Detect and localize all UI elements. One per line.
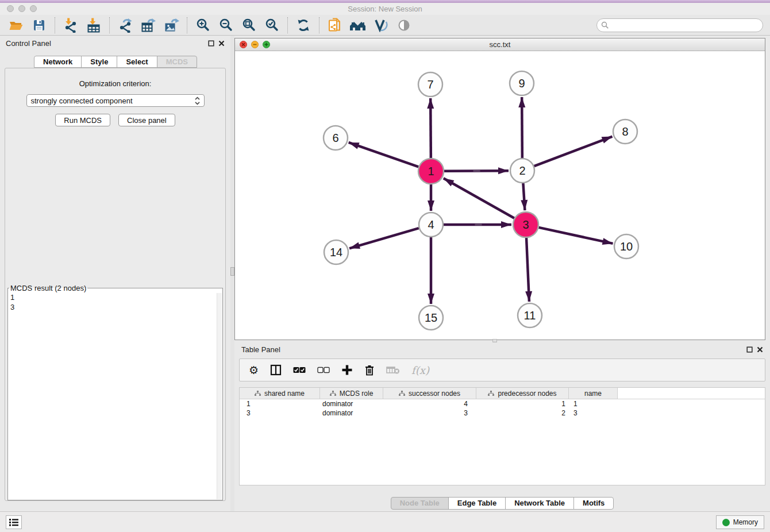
tab-motifs[interactable]: Motifs <box>573 497 614 510</box>
tab-edge-table[interactable]: Edge Table <box>448 497 506 510</box>
home-button[interactable] <box>346 16 369 34</box>
export-table-button[interactable] <box>137 16 160 34</box>
export-image-button[interactable] <box>160 16 183 34</box>
table-row[interactable]: 1dominator411 <box>240 399 765 408</box>
graph-node-7[interactable]: 7 <box>418 72 442 97</box>
table-settings-button[interactable]: ⚙ <box>249 365 259 376</box>
zoom-selected-icon <box>265 18 279 32</box>
table-cell[interactable]: 1 <box>240 400 320 408</box>
add-column-button[interactable] <box>341 364 353 376</box>
table-cell[interactable]: dominator <box>320 400 383 408</box>
graph-edge-1-6[interactable] <box>349 142 419 167</box>
column-header-name[interactable]: name <box>569 388 618 399</box>
zoom-selected-button[interactable] <box>260 16 283 34</box>
run-mcds-button[interactable]: Run MCDS <box>55 114 110 126</box>
float-panel-icon[interactable] <box>746 346 753 353</box>
graph-node-9[interactable]: 9 <box>510 71 534 95</box>
network-minimize-button[interactable] <box>251 41 259 48</box>
table-cell[interactable]: 3 <box>383 409 476 417</box>
graph-edge-3-1[interactable] <box>444 178 514 218</box>
import-network-button[interactable] <box>59 16 82 34</box>
graph-node-4[interactable]: 4 <box>419 213 443 237</box>
graph-node-1[interactable]: 1 <box>418 159 444 184</box>
column-header-MCDS-role[interactable]: MCDS role <box>320 388 383 399</box>
tab-node-table[interactable]: Node Table <box>391 497 449 510</box>
graph-node-6[interactable]: 6 <box>324 126 348 150</box>
column-header-predecessor-nodes[interactable]: predecessor nodes <box>476 388 569 399</box>
table-panel-title: Table Panel <box>241 345 280 354</box>
graph-edge-4-14[interactable] <box>349 228 419 248</box>
graph-node-3[interactable]: 3 <box>513 212 538 237</box>
graph-node-15[interactable]: 15 <box>419 306 443 330</box>
close-panel-icon[interactable] <box>757 346 763 353</box>
mcds-result-line: 3 <box>10 302 220 312</box>
tab-network[interactable]: Network <box>34 56 82 68</box>
vizmapper-button[interactable] <box>369 16 392 34</box>
column-header-shared-name[interactable]: shared name <box>240 388 320 399</box>
zoom-in-button[interactable] <box>191 16 214 34</box>
tab-mcds[interactable]: MCDS <box>157 56 197 68</box>
network-document-icon <box>328 17 343 33</box>
table-cell[interactable]: 4 <box>383 400 476 408</box>
home-icon <box>349 18 367 32</box>
mcds-panel: Optimization criterion: strongly connect… <box>5 68 226 501</box>
graph-edge-2-9[interactable] <box>522 97 522 158</box>
table-cell[interactable]: 3 <box>569 409 618 417</box>
delete-table-button[interactable] <box>386 365 400 375</box>
table-cell[interactable]: 3 <box>240 409 320 417</box>
graph-node-2[interactable]: 2 <box>510 159 534 183</box>
graph-edge-1-7[interactable] <box>430 98 431 158</box>
float-panel-icon[interactable] <box>208 40 214 47</box>
criterion-select[interactable]: strongly connected component <box>26 94 205 107</box>
open-session-button[interactable] <box>5 16 28 34</box>
zoom-window-button[interactable] <box>30 5 37 12</box>
export-network-button[interactable] <box>114 16 137 34</box>
table-row[interactable]: 3dominator323 <box>240 408 765 418</box>
function-builder-button[interactable]: f(x) <box>411 364 429 376</box>
vertical-splitter-handle[interactable] <box>230 267 234 276</box>
tab-network-table[interactable]: Network Table <box>505 497 574 510</box>
mcds-result-text[interactable]: 13 <box>8 292 222 312</box>
network-zoom-button[interactable] <box>263 41 270 48</box>
network-graph[interactable]: 7968124314101511 <box>235 51 765 340</box>
graph-edge-3-10[interactable] <box>538 228 613 244</box>
show-columns-button[interactable] <box>270 364 282 376</box>
graph-edge-2-3[interactable] <box>523 183 525 210</box>
graph-node-14[interactable]: 14 <box>324 240 348 264</box>
graph-edge-3-11[interactable] <box>526 238 529 302</box>
memory-button[interactable]: Memory <box>716 515 764 529</box>
tab-style[interactable]: Style <box>81 56 117 68</box>
table-cell[interactable]: 2 <box>476 409 569 417</box>
graph-edge-2-8[interactable] <box>534 137 613 167</box>
graph-node-11[interactable]: 11 <box>518 303 542 327</box>
zoom-fit-button[interactable] <box>237 16 260 34</box>
hide-panels-button[interactable] <box>392 16 415 34</box>
delete-column-button[interactable] <box>364 364 375 376</box>
refresh-button[interactable] <box>292 16 315 34</box>
vertical-splitter[interactable] <box>230 36 234 511</box>
network-window-titlebar[interactable]: scc.txt <box>235 38 765 51</box>
close-panel-button[interactable]: Close panel <box>118 114 175 126</box>
network-close-button[interactable] <box>240 41 247 48</box>
result-scrollbar[interactable] <box>217 293 222 499</box>
deselect-all-button[interactable] <box>317 367 330 373</box>
tab-select[interactable]: Select <box>117 56 157 68</box>
table-cell[interactable]: dominator <box>320 409 383 417</box>
network-canvas[interactable]: 7968124314101511 <box>235 51 765 340</box>
graph-node-8[interactable]: 8 <box>613 119 637 144</box>
table-cell[interactable]: 1 <box>476 400 569 408</box>
zoom-out-button[interactable] <box>214 16 237 34</box>
graph-node-10[interactable]: 10 <box>614 234 638 259</box>
select-all-button[interactable] <box>293 367 306 373</box>
column-header-successor-nodes[interactable]: successor nodes <box>383 388 476 399</box>
network-overview-button[interactable] <box>324 16 346 34</box>
close-panel-icon[interactable] <box>218 40 225 47</box>
minimize-window-button[interactable] <box>18 5 25 12</box>
table-panel: Table Panel ⚙ <box>234 342 770 511</box>
import-table-button[interactable] <box>82 16 105 34</box>
search-input[interactable] <box>596 18 763 32</box>
close-window-button[interactable] <box>7 5 14 12</box>
table-cell[interactable]: 1 <box>569 400 618 408</box>
task-history-button[interactable] <box>6 515 22 529</box>
save-session-button[interactable] <box>28 16 51 34</box>
